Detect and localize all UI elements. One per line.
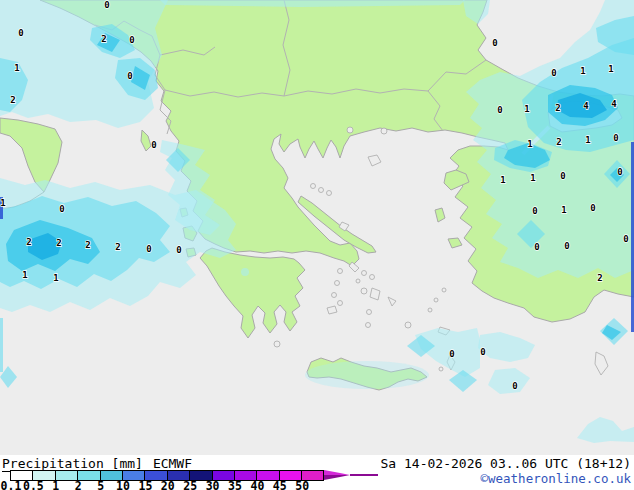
precip-value: 1 xyxy=(608,64,613,74)
precip-value: 1 xyxy=(580,66,585,76)
precip-value: 1 xyxy=(561,205,566,215)
precip-value: 2 xyxy=(555,103,560,113)
legend-tick-label: 2 xyxy=(75,479,82,490)
precip-value: 1 xyxy=(0,198,5,208)
weather-map-screenshot: 0020010110201244012101100100102222000001… xyxy=(0,0,634,490)
precip-value: 0 xyxy=(151,140,156,150)
precip-value: 0 xyxy=(127,71,132,81)
precip-value: 2 xyxy=(26,237,31,247)
precip-value: 1 xyxy=(527,139,532,149)
legend-tick-label: 40 xyxy=(250,479,264,490)
precip-value: 0 xyxy=(532,206,537,216)
precip-value: 0 xyxy=(480,347,485,357)
legend-tick-label: 15 xyxy=(138,479,152,490)
legend-tick-label: 45 xyxy=(273,479,287,490)
precip-value: 0 xyxy=(560,171,565,181)
precip-value: 2 xyxy=(556,137,561,147)
precip-value: 1 xyxy=(500,175,505,185)
precip-value: 0 xyxy=(613,133,618,143)
precip-value: 1 xyxy=(585,135,590,145)
precip-value: 0 xyxy=(590,203,595,213)
legend-tick-label: 10 xyxy=(116,479,130,490)
precip-value: 1 xyxy=(524,104,529,114)
legend-tick-label: 25 xyxy=(183,479,197,490)
precip-value: 1 xyxy=(22,270,27,280)
weather-map: 0020010110201244012101100100102222000001… xyxy=(0,0,634,455)
precip-value: 0 xyxy=(129,35,134,45)
legend-model-label: ECMWF xyxy=(153,456,192,471)
precip-value: 0 xyxy=(564,241,569,251)
legend-tick-label: 0.1 xyxy=(1,479,22,490)
legend-tick-label: 1 xyxy=(52,479,59,490)
precip-value: 0 xyxy=(497,105,502,115)
precip-value: 0 xyxy=(176,245,181,255)
legend-tick-labels: 0.10.5125101520253035404550 xyxy=(0,479,380,490)
precip-value: 0 xyxy=(18,28,23,38)
precip-value: 0 xyxy=(104,0,109,10)
precip-value: 2 xyxy=(10,95,15,105)
precip-value: 0 xyxy=(534,242,539,252)
precip-value: 2 xyxy=(101,34,106,44)
legend-title: Precipitation [mm]ECMWF xyxy=(2,456,192,471)
precip-value: 0 xyxy=(617,167,622,177)
legend-tick-label: 0.5 xyxy=(23,479,44,490)
precip-value: 2 xyxy=(597,273,602,283)
precip-value: 0 xyxy=(59,204,64,214)
precip-value: 2 xyxy=(115,242,120,252)
precip-value: 1 xyxy=(530,173,535,183)
forecast-datetime: Sa 14-02-2026 03..06 UTC (18+12) xyxy=(381,456,631,471)
precip-value: 1 xyxy=(53,273,58,283)
precip-value: 4 xyxy=(583,101,589,111)
copyright-watermark: ©weatheronline.co.uk xyxy=(480,471,631,486)
precip-value: 4 xyxy=(611,99,617,109)
legend-tick-label: 35 xyxy=(228,479,242,490)
legend-tick-label: 30 xyxy=(206,479,220,490)
precip-value: 0 xyxy=(512,381,517,391)
precip-value: 0 xyxy=(551,68,556,78)
precip-value: 0 xyxy=(492,38,497,48)
precip-value: 0 xyxy=(449,349,454,359)
legend-tick-label: 20 xyxy=(161,479,175,490)
legend-tick-label: 50 xyxy=(295,479,309,490)
precip-value: 0 xyxy=(146,244,151,254)
legend-footer: Precipitation [mm]ECMWF Sa 14-02-2026 03… xyxy=(0,455,634,490)
precip-value: 2 xyxy=(56,238,61,248)
legend-tick-label: 5 xyxy=(97,479,104,490)
precip-value: 1 xyxy=(14,63,19,73)
precip-value: 2 xyxy=(85,240,90,250)
precip-value: 0 xyxy=(623,234,628,244)
